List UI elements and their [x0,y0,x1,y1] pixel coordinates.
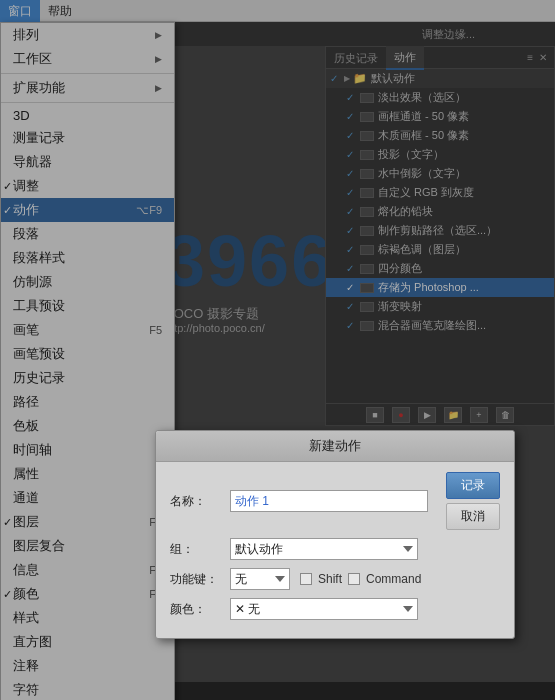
dialog-name-input[interactable] [230,490,428,512]
record-button[interactable]: 记录 [446,472,500,499]
command-label: Command [366,572,421,586]
cancel-button[interactable]: 取消 [446,503,500,530]
dialog-color-label: 颜色： [170,601,230,618]
dialog-group-select[interactable]: 默认动作 [230,538,418,560]
dialog-body: 名称： 记录 取消 组： 默认动作 功能键： 无 [156,462,514,638]
dialog-modifier-group: Shift Command [300,572,421,586]
command-checkbox[interactable] [348,573,360,585]
shift-checkbox[interactable] [300,573,312,585]
dialog-overlay: 新建动作 名称： 记录 取消 组： 默认动作 功能键： [0,0,555,700]
dialog-title: 新建动作 [156,431,514,462]
dialog-color-select[interactable]: ✕ 无 [230,598,418,620]
dialog-color-row: 颜色： ✕ 无 [170,598,500,620]
dialog-funckey-select[interactable]: 无 [230,568,290,590]
dialog-buttons: 记录 取消 [438,472,500,530]
dialog-group-row: 组： 默认动作 [170,538,500,560]
dialog-name-label: 名称： [170,493,230,510]
shift-label: Shift [318,572,342,586]
dialog-name-row: 名称： 记录 取消 [170,472,500,530]
dialog-funckey-label: 功能键： [170,571,230,588]
new-action-dialog: 新建动作 名称： 记录 取消 组： 默认动作 功能键： [155,430,515,639]
dialog-funckey-row: 功能键： 无 Shift Command [170,568,500,590]
dialog-group-label: 组： [170,541,230,558]
